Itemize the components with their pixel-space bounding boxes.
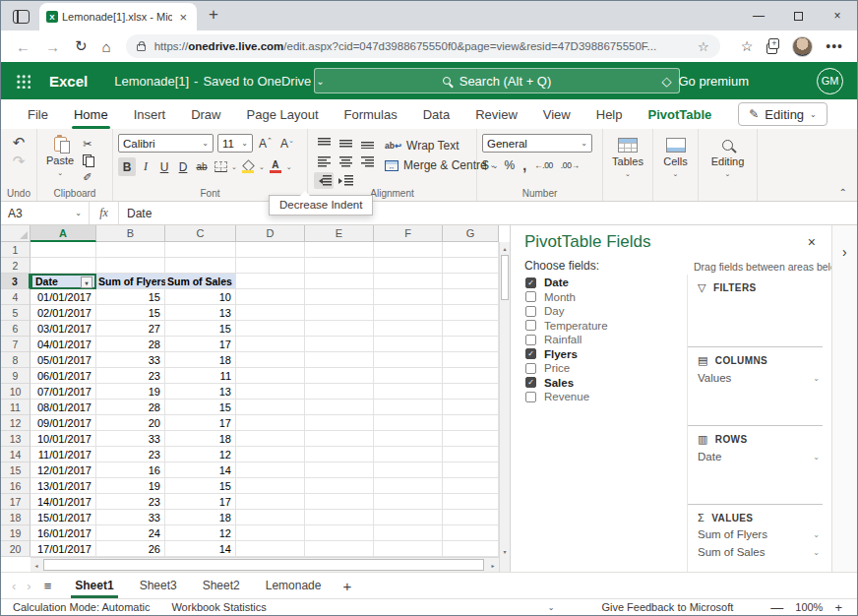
grid-cell[interactable] — [236, 400, 305, 415]
grid-cell[interactable]: 20 — [96, 415, 165, 431]
grid-cell[interactable] — [374, 289, 443, 305]
grid-cell[interactable]: 26 — [96, 541, 165, 557]
vertical-scroll-thumb[interactable] — [501, 255, 509, 300]
grid-cell[interactable]: 05/01/2017 — [31, 352, 96, 368]
scroll-down-icon[interactable]: ▾ — [500, 545, 510, 557]
selected-cell-a3[interactable]: Date▾ — [31, 274, 96, 289]
grid-cell[interactable]: 17 — [165, 494, 236, 510]
refresh-icon[interactable]: ↻ — [75, 37, 88, 55]
grid-cell[interactable]: 10/01/2017 — [31, 431, 96, 447]
grid-cell[interactable]: 23 — [96, 494, 165, 510]
sheet-tab-sheet1[interactable]: Sheet1 — [62, 573, 126, 598]
grid-cell[interactable] — [236, 431, 305, 447]
grid-cell[interactable] — [305, 494, 374, 510]
row-header-5[interactable]: 5 — [1, 305, 31, 321]
browser-profile-avatar[interactable] — [792, 36, 813, 57]
grid-cell[interactable]: 19 — [96, 384, 165, 400]
grid-cell[interactable] — [443, 242, 499, 258]
grid-cell[interactable]: 07/01/2017 — [31, 384, 96, 400]
strikethrough-button[interactable]: ab — [193, 157, 211, 176]
grid-cell[interactable] — [374, 274, 443, 289]
tab-insert[interactable]: Insert — [121, 99, 179, 129]
area-field-sum-of-flyers[interactable]: Sum of Flyers⌄ — [698, 527, 823, 541]
checkbox-temperature[interactable] — [525, 320, 536, 331]
tab-page-layout[interactable]: Page Layout — [234, 99, 332, 129]
vertical-scrollbar[interactable]: ▴ ▾ — [499, 242, 510, 557]
grid-cell[interactable] — [443, 321, 499, 337]
row-header-7[interactable]: 7 — [1, 337, 31, 352]
grid-cell[interactable] — [374, 242, 443, 258]
grid-cell[interactable]: 13 — [165, 384, 236, 400]
grid-cell[interactable]: 16/01/2017 — [31, 525, 96, 541]
fill-color-button[interactable] — [239, 157, 257, 176]
scroll-right-icon[interactable]: ▸ — [487, 558, 499, 572]
select-all-corner[interactable] — [1, 225, 31, 242]
calculation-mode-status[interactable]: Calculation Mode: Automatic — [13, 601, 150, 613]
formula-input[interactable]: Date — [119, 202, 857, 224]
column-header-g[interactable]: G — [443, 225, 499, 242]
app-launcher-icon[interactable] — [16, 74, 31, 89]
grid-cell[interactable]: 01/01/2017 — [31, 289, 96, 305]
grid-cell[interactable]: 15 — [96, 289, 165, 305]
percent-format-button[interactable]: % — [505, 158, 516, 172]
align-top-button[interactable] — [314, 135, 334, 152]
row-header-17[interactable]: 17 — [1, 494, 31, 510]
name-box[interactable]: A3 ⌄ — [1, 202, 90, 224]
grid-cell[interactable] — [305, 368, 374, 384]
editing-mode-button[interactable]: ✎ Editing ⌄ — [738, 102, 827, 126]
grid-cell[interactable] — [443, 415, 499, 431]
grid-cell[interactable] — [236, 478, 305, 494]
comma-format-button[interactable]: , — [522, 160, 526, 170]
grid-cell[interactable] — [305, 337, 374, 352]
align-center-button[interactable] — [336, 154, 355, 170]
grow-font-button[interactable]: A⌃ — [257, 137, 275, 151]
tab-file[interactable]: File — [15, 99, 61, 129]
document-title[interactable]: Lemonade[1] - Saved to OneDrive ⌄ — [114, 74, 324, 89]
row-header-3[interactable]: 3 — [1, 274, 31, 289]
grid-cell[interactable] — [374, 321, 443, 337]
row-header-19[interactable]: 19 — [1, 525, 31, 541]
checkbox-rainfall[interactable] — [525, 335, 536, 345]
editing-button[interactable]: Editing ⌄ — [704, 134, 752, 178]
increase-decimal-button[interactable]: ←.00 — [534, 160, 553, 170]
chevron-down-icon[interactable]: ⌄ — [813, 548, 820, 557]
grid-cell[interactable]: 17/01/2017 — [31, 541, 96, 557]
grid-cell[interactable] — [443, 305, 499, 321]
row-header-4[interactable]: 4 — [1, 289, 31, 305]
tab-data[interactable]: Data — [410, 99, 462, 129]
close-window-button[interactable]: × — [818, 1, 857, 31]
row-header-12[interactable]: 12 — [1, 415, 31, 431]
grid-cell[interactable]: 33 — [96, 510, 165, 525]
grid-cell[interactable] — [443, 258, 499, 274]
field-item-price[interactable]: Price — [525, 361, 673, 376]
row-header-13[interactable]: 13 — [1, 431, 31, 447]
grid-cell[interactable]: 09/01/2017 — [31, 415, 96, 431]
tab-close-icon[interactable]: × — [176, 10, 190, 25]
grid-cell[interactable]: 14 — [165, 462, 236, 478]
row-header-1[interactable]: 1 — [1, 242, 31, 258]
grid-cell[interactable] — [374, 478, 443, 494]
grid-cell[interactable]: 23 — [96, 368, 165, 384]
app-name[interactable]: Excel — [49, 73, 88, 90]
feedback-link[interactable]: Give Feedback to Microsoft — [601, 601, 733, 613]
grid-cell[interactable] — [236, 447, 305, 462]
grid-cell[interactable] — [236, 525, 305, 541]
grid-cell[interactable] — [374, 337, 443, 352]
sheet-tab-sheet3[interactable]: Sheet3 — [127, 573, 190, 598]
search-input[interactable]: Search (Alt + Q) — [314, 68, 680, 93]
checkbox-date[interactable]: ✓ — [525, 277, 536, 288]
grid-cell[interactable]: 33 — [96, 352, 165, 368]
grid-cell[interactable] — [236, 274, 305, 289]
cut-icon[interactable]: ✂ — [83, 138, 94, 151]
grid-cell[interactable] — [305, 289, 374, 305]
grid-cell[interactable] — [374, 525, 443, 541]
new-tab-button[interactable]: + — [209, 5, 218, 25]
grid-cell[interactable]: 17 — [165, 415, 236, 431]
tab-formulas[interactable]: Formulas — [332, 99, 410, 129]
row-header-6[interactable]: 6 — [1, 321, 31, 337]
grid-cell[interactable]: 15 — [165, 321, 236, 337]
grid-cell[interactable]: 02/01/2017 — [31, 305, 96, 321]
grid-cell[interactable] — [443, 352, 499, 368]
grid-cell[interactable] — [443, 510, 499, 525]
format-painter-icon[interactable]: ✐ — [83, 171, 94, 184]
